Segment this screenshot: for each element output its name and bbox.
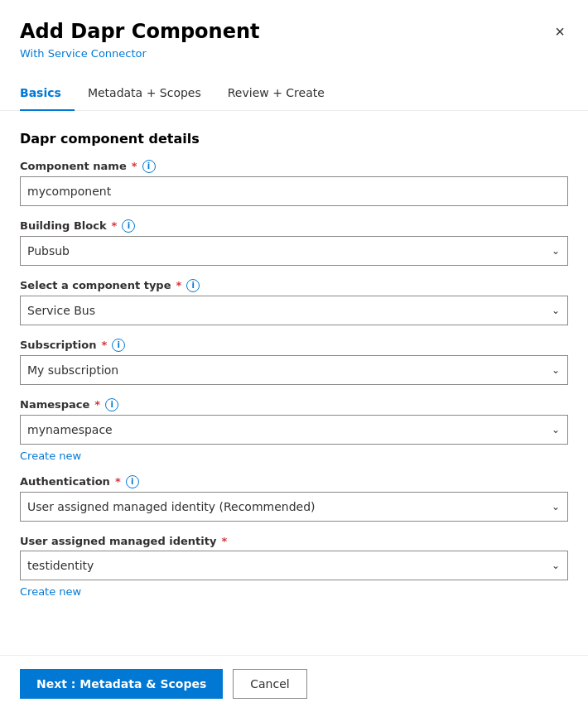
building-block-select-wrapper: Pubsub State Bindings Secrets ⌄: [20, 236, 568, 266]
building-block-select[interactable]: Pubsub State Bindings Secrets: [20, 236, 568, 266]
component-name-label: Component name * i: [20, 160, 568, 173]
authentication-required: *: [115, 475, 121, 488]
building-block-field: Building Block * i Pubsub State Bindings…: [20, 219, 568, 266]
subscription-select[interactable]: My subscription: [20, 355, 568, 385]
namespace-required: *: [94, 398, 100, 411]
authentication-select-wrapper: User assigned managed identity (Recommen…: [20, 492, 568, 522]
section-title: Dapr component details: [20, 131, 568, 147]
user-identity-field: User assigned managed identity * testide…: [20, 535, 568, 598]
tab-review-create[interactable]: Review + Create: [214, 79, 338, 111]
tab-basics[interactable]: Basics: [20, 79, 75, 111]
building-block-label: Building Block * i: [20, 219, 568, 233]
namespace-label: Namespace * i: [20, 398, 568, 411]
namespace-field: Namespace * i mynamespace ⌄ Create new: [20, 398, 568, 462]
user-identity-required: *: [221, 535, 227, 547]
user-identity-create-new-link[interactable]: Create new: [20, 585, 81, 598]
tab-bar: Basics Metadata + Scopes Review + Create: [0, 66, 588, 111]
component-type-info-icon[interactable]: i: [186, 279, 200, 292]
subscription-field: Subscription * i My subscription ⌄: [20, 339, 568, 385]
subscription-select-wrapper: My subscription ⌄: [20, 355, 568, 385]
component-name-field: Component name * i: [20, 160, 568, 206]
component-name-info-icon[interactable]: i: [142, 160, 156, 173]
subscription-required: *: [101, 339, 107, 351]
component-type-required: *: [176, 279, 182, 291]
authentication-field: Authentication * i User assigned managed…: [20, 475, 568, 522]
dialog-subtitle: With Service Connector: [20, 47, 259, 60]
form-content: Dapr component details Component name * …: [0, 111, 588, 627]
building-block-required: *: [112, 219, 118, 232]
component-name-input[interactable]: [20, 176, 568, 206]
authentication-select[interactable]: User assigned managed identity (Recommen…: [20, 492, 568, 522]
dialog-footer: Next : Metadata & Scopes Cancel: [0, 656, 588, 712]
dialog-header: Add Dapr Component With Service Connecto…: [0, 0, 588, 60]
authentication-label: Authentication * i: [20, 475, 568, 488]
component-name-required: *: [132, 160, 137, 172]
namespace-select[interactable]: mynamespace: [20, 415, 568, 445]
namespace-info-icon[interactable]: i: [105, 398, 118, 411]
component-type-select-wrapper: Service Bus Redis Kafka RabbitMQ ⌄: [20, 296, 568, 325]
dialog-title: Add Dapr Component: [20, 20, 259, 44]
user-identity-select[interactable]: testidentity: [20, 551, 568, 580]
authentication-info-icon[interactable]: i: [126, 475, 139, 488]
subscription-label: Subscription * i: [20, 339, 568, 352]
close-button[interactable]: ×: [552, 20, 568, 43]
component-type-select[interactable]: Service Bus Redis Kafka RabbitMQ: [20, 296, 568, 325]
user-identity-select-wrapper: testidentity ⌄: [20, 551, 568, 580]
namespace-create-new-link[interactable]: Create new: [20, 450, 81, 462]
tab-metadata-scopes[interactable]: Metadata + Scopes: [75, 79, 214, 111]
header-text: Add Dapr Component With Service Connecto…: [20, 20, 259, 60]
cancel-button[interactable]: Cancel: [233, 669, 306, 699]
component-type-label: Select a component type * i: [20, 279, 568, 292]
user-identity-label: User assigned managed identity *: [20, 535, 568, 547]
namespace-select-wrapper: mynamespace ⌄: [20, 415, 568, 445]
subscription-info-icon[interactable]: i: [112, 339, 125, 352]
building-block-info-icon[interactable]: i: [122, 219, 135, 233]
component-type-field: Select a component type * i Service Bus …: [20, 279, 568, 325]
next-button[interactable]: Next : Metadata & Scopes: [20, 669, 223, 699]
add-dapr-component-dialog: Add Dapr Component With Service Connecto…: [0, 0, 588, 712]
